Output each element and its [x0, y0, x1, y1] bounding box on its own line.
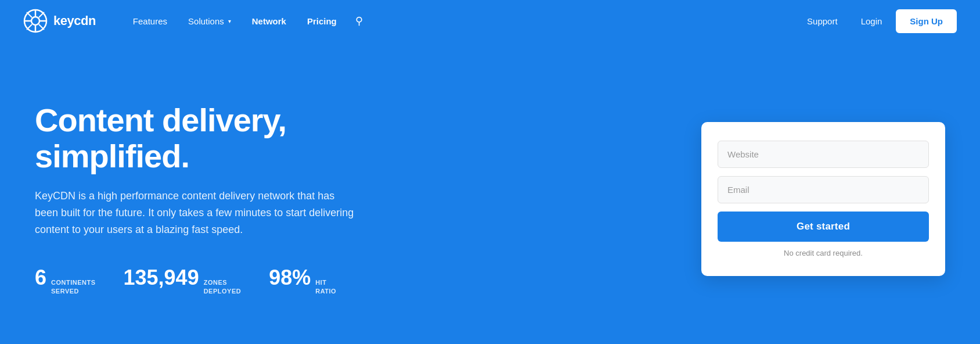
logo-link[interactable]: keycdn: [23, 9, 96, 33]
website-input[interactable]: [718, 141, 929, 168]
nav-links: Features Solutions ▾ Network Pricing ⚲: [124, 10, 798, 32]
stat-zones: 135,949 ZONESDEPLOYED: [124, 266, 242, 295]
logo-text: keycdn: [53, 13, 96, 28]
nav-pricing[interactable]: Pricing: [298, 12, 346, 31]
stat-continents: 6 CONTINENTSSERVED: [35, 266, 96, 295]
nav-features[interactable]: Features: [124, 12, 176, 31]
nav-network[interactable]: Network: [243, 12, 296, 31]
stat-zones-label: ZONESDEPLOYED: [204, 278, 242, 295]
stat-zones-number: 135,949: [124, 266, 199, 290]
keycdn-logo-icon: [23, 9, 48, 33]
hero-left: Content delivery, simplified. KeyCDN is …: [35, 102, 441, 295]
hero-section: Content delivery, simplified. KeyCDN is …: [0, 42, 980, 344]
navbar: keycdn Features Solutions ▾ Network Pric…: [0, 0, 980, 42]
stat-continents-label: CONTINENTSSERVED: [51, 278, 96, 295]
nav-login[interactable]: Login: [852, 12, 892, 31]
stat-continents-number: 6: [35, 266, 46, 290]
svg-line-6: [27, 12, 32, 17]
signup-button[interactable]: Sign Up: [896, 9, 957, 33]
no-credit-card-text: No credit card required.: [718, 249, 929, 257]
get-started-button[interactable]: Get started: [718, 212, 929, 242]
nav-right: Support Login Sign Up: [798, 9, 957, 33]
hero-description: KeyCDN is a high performance content del…: [35, 188, 360, 238]
email-input[interactable]: [718, 176, 929, 203]
svg-line-9: [27, 24, 32, 30]
svg-line-8: [39, 12, 44, 17]
svg-point-1: [31, 17, 39, 25]
hero-stats: 6 CONTINENTSSERVED 135,949 ZONESDEPLOYED…: [35, 266, 441, 295]
signup-card: Get started No credit card required.: [701, 122, 945, 276]
nav-support[interactable]: Support: [798, 12, 847, 31]
stat-hit-ratio-label: HITRATIO: [315, 278, 336, 295]
hero-title: Content delivery, simplified.: [35, 102, 441, 174]
stat-hit-ratio-number: 98%: [269, 266, 311, 290]
chevron-down-icon: ▾: [228, 18, 231, 24]
search-icon: ⚲: [355, 15, 363, 27]
search-button[interactable]: ⚲: [348, 10, 370, 32]
nav-solutions[interactable]: Solutions ▾: [179, 12, 240, 31]
svg-line-7: [39, 24, 44, 30]
stat-hit-ratio: 98% HITRATIO: [269, 266, 336, 295]
